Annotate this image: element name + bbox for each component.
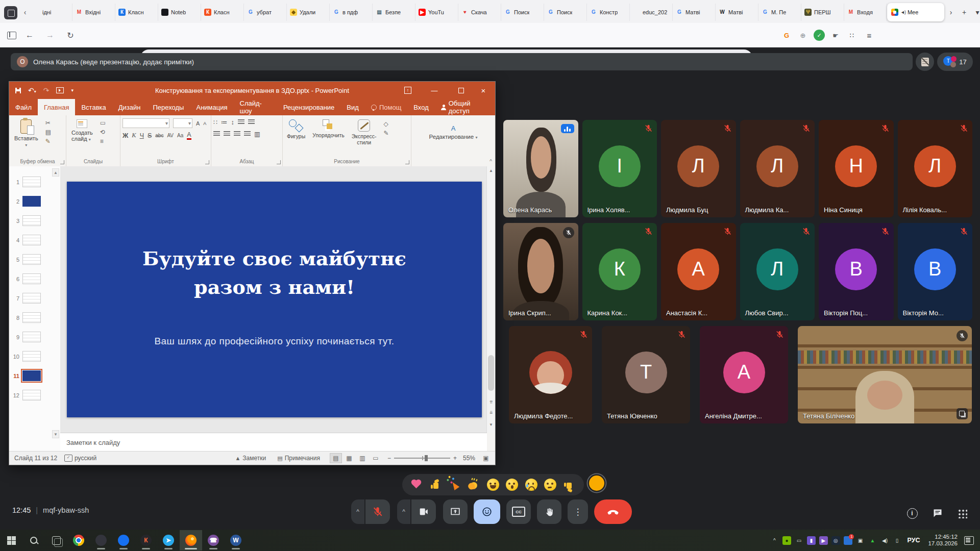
extension-shield-icon[interactable]: ✓ (814, 30, 825, 41)
mic-button-muted[interactable] (365, 499, 390, 524)
participant-tile[interactable]: Л Любов Свир... (740, 223, 815, 320)
slide-thumbnail[interactable]: 12 (12, 390, 60, 400)
tray-icon[interactable]: ▶ (817, 533, 829, 547)
forward-icon[interactable]: → (43, 28, 57, 42)
captions-button[interactable] (506, 499, 531, 524)
collapse-ribbon-icon[interactable]: ^ (489, 159, 492, 164)
browser-tab[interactable]: educ_202 (630, 4, 673, 21)
reading-view-icon[interactable]: ▥ (356, 453, 369, 463)
start-button[interactable] (0, 530, 22, 550)
ribbon-tab[interactable]: Рецензирование (277, 99, 340, 115)
shapes-button[interactable]: Фигуры (287, 119, 305, 139)
font-color-button[interactable]: А (187, 131, 191, 140)
strikethrough-button[interactable]: abc (155, 133, 163, 138)
ribbon-tab[interactable]: Вставка (75, 99, 112, 115)
clock[interactable]: 12:45:12 17.03.2026 (928, 534, 958, 547)
shadow-button[interactable]: S (148, 132, 152, 139)
end-call-button[interactable] (594, 499, 632, 524)
underline-button[interactable]: Ч (140, 132, 144, 139)
slide-thumbnail[interactable]: 8 (12, 312, 60, 323)
browser-tab[interactable]: M Вхідні (72, 4, 115, 21)
align-left-icon[interactable] (213, 131, 220, 137)
new-slide-button[interactable]: Создатьслайд ▾ (68, 118, 96, 145)
clapping-hands-emoji[interactable] (467, 478, 481, 492)
browser-tab[interactable]: ▶ YouTu (415, 4, 458, 21)
font-name-box[interactable]: ▾ (122, 118, 169, 128)
shape-outline-icon[interactable]: ✎ (384, 130, 389, 137)
grow-font-icon[interactable]: А (196, 120, 200, 127)
previous-slide-icon[interactable]: ⇈ (487, 398, 495, 406)
notification-center-button[interactable] (963, 533, 975, 547)
party-popper-emoji[interactable] (448, 478, 462, 492)
surprised-emoji[interactable] (505, 478, 519, 492)
slide-title-line1[interactable]: Будуйте своє майбутнє (67, 247, 482, 270)
slide-thumbnail[interactable]: 3 (12, 215, 60, 226)
tray-icon[interactable]: ▣ (854, 533, 866, 547)
font-size-box[interactable]: ▾ (173, 118, 192, 128)
slide-thumbnail[interactable]: 9 (12, 332, 60, 342)
ribbon-tab[interactable]: Главная (38, 99, 75, 115)
columns-icon[interactable]: ▥ (254, 130, 260, 138)
taskbar-app[interactable] (112, 530, 135, 550)
active-tab-meet[interactable]: ◄) Mee (887, 3, 944, 21)
camera-button[interactable] (411, 499, 436, 524)
participant-tile[interactable]: Т Тетяна Ювченко (602, 326, 690, 423)
present-button[interactable] (443, 499, 468, 524)
slide-canvas[interactable]: Будуйте своє майбутнє разом з нами! Ваш … (67, 182, 482, 417)
spellcheck-icon[interactable]: ✓ (64, 455, 72, 462)
align-center-icon[interactable] (224, 131, 230, 137)
dialog-launcher-icon[interactable] (405, 160, 409, 164)
reset-icon[interactable]: ⟲ (100, 129, 106, 136)
taskbar-app[interactable] (180, 530, 202, 550)
shrink-font-icon[interactable]: А (203, 121, 206, 126)
ppt-restore-button[interactable] (453, 82, 469, 99)
slide-subtitle[interactable]: Ваш шлях до професійного успіху починаєт… (67, 336, 482, 347)
indent-icon[interactable] (238, 119, 244, 125)
tab-list-dropdown-icon[interactable]: ▾ (971, 4, 980, 21)
normal-view-icon[interactable]: ▤ (330, 453, 342, 463)
scroll-up-icon[interactable]: ▲ (487, 166, 495, 174)
crying-emoji[interactable] (524, 478, 538, 492)
tab-audio-icon[interactable]: ◄) (900, 10, 905, 15)
change-case-button[interactable]: Aa (177, 133, 183, 138)
taskbar-app[interactable]: ➤ (157, 530, 180, 550)
menu-icon[interactable]: ≡ (864, 30, 875, 41)
extension-globe-icon[interactable]: ⊕ (797, 30, 808, 41)
numbering-icon[interactable]: ≔ (221, 118, 228, 126)
participant-tile[interactable]: І Ірина Холяв... (582, 120, 657, 217)
ribbon-tab[interactable]: Слайд-шоу (234, 99, 277, 115)
browser-tab[interactable]: К Класн (201, 4, 244, 21)
ribbon-tab-help[interactable]: Помощ (365, 99, 407, 115)
browser-tab[interactable]: Ψ ПЕРШ (801, 4, 844, 21)
language-indicator[interactable]: русский (75, 455, 96, 462)
taskbar-app[interactable] (67, 530, 90, 550)
powerpoint-title-bar[interactable]: ↶▾ ↷ ▾ Конструювання та експериментуванн… (9, 82, 495, 99)
notes-disabled-button[interactable] (916, 53, 934, 71)
taskbar-app[interactable]: W (225, 530, 247, 550)
reload-icon[interactable]: ↻ (63, 28, 78, 42)
open-picture-in-picture-icon[interactable] (957, 408, 968, 419)
participant-tile-olena[interactable]: Олена Карась (503, 120, 578, 217)
activities-button[interactable] (954, 507, 970, 519)
share-button[interactable]: Общий доступ (435, 99, 495, 115)
zoom-level[interactable]: 55% (463, 455, 475, 462)
tray-icon[interactable]: ▮ (805, 533, 817, 547)
participant-tile[interactable]: Л Людмила Буц (661, 120, 736, 217)
browser-tab[interactable]: ▤ Безпе (373, 4, 415, 21)
participant-tile[interactable]: Л Лілія Коваль... (898, 120, 973, 217)
paste-button[interactable]: Вставить ▾ (11, 118, 41, 148)
browser-tab[interactable]: M Входя (844, 4, 887, 21)
text-direction-icon[interactable] (248, 119, 255, 125)
camera-options-chevron[interactable]: ^ (397, 499, 410, 524)
slide-thumbnail[interactable]: 11 (12, 370, 60, 381)
slide-thumbnail[interactable]: 1 (12, 177, 60, 187)
participant-tile-bilichenko[interactable]: Тетяна Біліченко (798, 326, 972, 423)
layout-icon[interactable]: ▭ (100, 119, 106, 127)
zoom-slider-thumb[interactable] (425, 455, 428, 461)
ribbon-tab[interactable]: Файл (9, 99, 38, 115)
ribbon-tab[interactable]: Вид (340, 99, 365, 115)
participant-tile[interactable]: К Карина Кок... (582, 223, 657, 320)
sidebar-icon[interactable] (7, 32, 16, 39)
browser-tab[interactable]: G М. Пе (758, 4, 801, 21)
notes-toggle[interactable]: Заметки (242, 455, 266, 462)
